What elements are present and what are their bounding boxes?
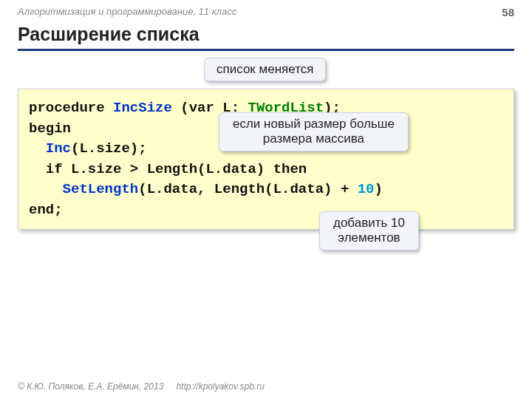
callout-add-ten: добавить 10 элементов <box>319 211 419 250</box>
callout-text: размера массива <box>263 132 364 146</box>
callout-text: элементов <box>338 231 400 245</box>
callout-text: если новый размер больше <box>233 117 395 131</box>
footer: © К.Ю. Поляков, Е.А. Ерёмин, 2013 http:/… <box>18 381 265 392</box>
callout-if-bigger: если новый размер больше размера массива <box>219 112 409 151</box>
code-line: if L.size > Length(L.data) then <box>29 160 503 180</box>
title-underline <box>18 49 514 51</box>
code-line: SetLength(L.data, Length(L.data) + 10) <box>29 180 503 200</box>
page-title: Расширение списка <box>18 24 200 45</box>
page-number: 58 <box>502 6 514 18</box>
callout-text: добавить 10 <box>333 216 405 230</box>
callout-text: список меняется <box>216 62 313 76</box>
code-block: procedure IncSize (var L: TWordList); be… <box>18 89 514 230</box>
code-line: end; <box>29 200 503 221</box>
callout-list-changes: список меняется <box>204 58 326 81</box>
footer-url: http://kpolyakov.spb.ru <box>177 381 265 392</box>
footer-copyright: © К.Ю. Поляков, Е.А. Ерёмин, 2013 <box>18 381 163 392</box>
breadcrumb: Алгоритмизация и программирование, 11 кл… <box>18 6 236 17</box>
